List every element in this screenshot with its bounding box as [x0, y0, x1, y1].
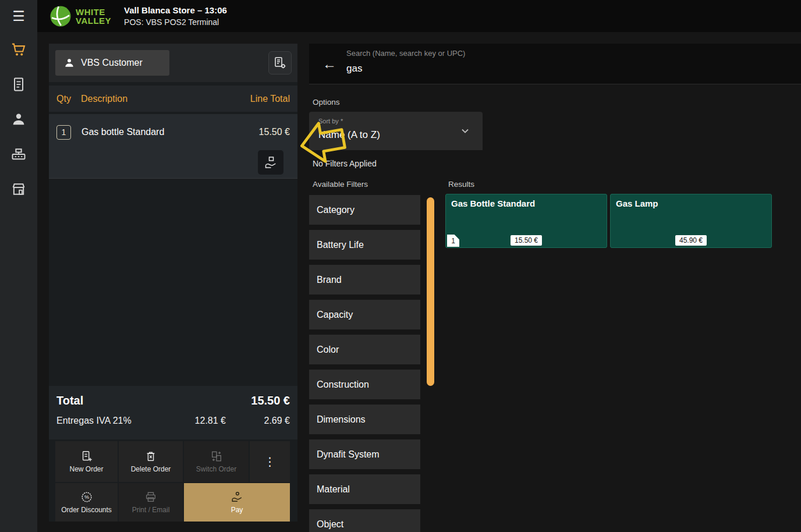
- pos-terminal-name: POS: VBS POS2 Terminal: [124, 17, 227, 27]
- filter-item-color[interactable]: Color: [309, 335, 420, 364]
- discount-badge-icon: %: [80, 491, 93, 503]
- total-value: 15.50 €: [251, 394, 290, 407]
- no-filters-status: No Filters Applied: [313, 159, 377, 168]
- filter-item-material[interactable]: Material: [309, 474, 420, 504]
- filter-item-dimensions[interactable]: Dimensions: [309, 405, 420, 434]
- result-price-chip: 45.90 €: [675, 235, 707, 246]
- pay-label: Pay: [231, 506, 243, 514]
- new-order-icon: [80, 450, 93, 463]
- switch-order-button[interactable]: Switch Order: [184, 441, 249, 482]
- sidebar-item-register[interactable]: [0, 137, 37, 172]
- vertical-dots-icon: ⋮: [264, 457, 276, 466]
- more-actions-button[interactable]: ⋮: [250, 441, 290, 482]
- total-row: Total 15.50 €: [49, 386, 297, 407]
- hand-coin-icon: [231, 491, 243, 503]
- options-section-label: Options: [313, 98, 340, 107]
- order-panel: VBS Customer Qty Description Line Total …: [49, 44, 297, 522]
- handover-button[interactable]: [258, 150, 283, 175]
- person-icon: [10, 111, 27, 127]
- result-title: Gas Bottle Standard: [446, 194, 607, 212]
- filter-item-dynafit-system[interactable]: Dynafit System: [309, 439, 420, 469]
- new-order-label: New Order: [69, 465, 103, 473]
- new-order-button[interactable]: New Order: [55, 441, 118, 482]
- back-arrow-button[interactable]: ←: [321, 55, 338, 73]
- sort-by-value: Name (A to Z): [318, 129, 380, 141]
- receipt-icon: [10, 76, 27, 93]
- search-placeholder: Search (Name, search key or UPC): [346, 49, 696, 58]
- white-valley-logo: WHITE VALLEY: [49, 5, 111, 28]
- sidebar-item-customers[interactable]: [0, 102, 37, 137]
- tax-row: Entregas IVA 21% 12.81 € 2.69 €: [49, 407, 297, 426]
- line-total-value: 15.50 €: [259, 127, 290, 137]
- filter-item-construction[interactable]: Construction: [309, 370, 420, 399]
- order-columns-header: Qty Description Line Total: [49, 86, 297, 112]
- filters-scrollbar-thumb[interactable]: [427, 197, 434, 386]
- search-results-panel: ← Search (Name, search key or UPC) gas O…: [309, 44, 801, 532]
- cash-register-icon: [10, 146, 27, 162]
- person-icon: [63, 57, 75, 69]
- filters-list: Category Battery Life Brand Capacity Col…: [309, 195, 420, 532]
- brand-line1: WHITE: [76, 8, 111, 16]
- results-section-label: Results: [448, 180, 474, 189]
- filter-item-brand[interactable]: Brand: [309, 265, 420, 295]
- col-qty: Qty: [56, 94, 81, 104]
- delete-order-label: Delete Order: [131, 465, 171, 473]
- back-arrow-icon: ←: [322, 56, 336, 72]
- tax-base-value: 12.81 €: [171, 416, 226, 426]
- sidebar-item-orders[interactable]: [0, 67, 37, 102]
- order-discounts-button[interactable]: % Order Discounts: [55, 483, 118, 522]
- available-filters-label: Available Filters: [313, 180, 368, 189]
- sidebar: ☰: [0, 0, 37, 532]
- printer-icon: [144, 491, 157, 503]
- line-description: Gas bottle Standard: [81, 127, 259, 137]
- filter-item-battery-life[interactable]: Battery Life: [309, 230, 420, 260]
- pay-button[interactable]: Pay: [184, 483, 290, 522]
- order-settings-button[interactable]: [268, 51, 292, 75]
- results-grid: Gas Bottle Standard 1 15.50 € Gas Lamp 4…: [445, 194, 772, 248]
- customer-button[interactable]: VBS Customer: [55, 50, 169, 76]
- print-email-label: Print / Email: [132, 506, 170, 514]
- tax-label: Entregas IVA 21%: [56, 416, 171, 426]
- logo-globe-icon: [49, 5, 72, 28]
- print-email-button[interactable]: Print / Email: [119, 483, 183, 522]
- order-discounts-label: Order Discounts: [61, 506, 112, 514]
- receipt-gear-icon: [273, 56, 287, 70]
- order-line-row[interactable]: 1 Gas bottle Standard 15.50 €: [49, 114, 297, 150]
- customer-button-label: VBS Customer: [81, 58, 143, 68]
- order-line: 1 Gas bottle Standard 15.50 €: [49, 114, 297, 178]
- tax-amount-value: 2.69 €: [226, 416, 290, 426]
- actions-row-1: New Order Delete Order Switch Order ⋮: [55, 441, 290, 482]
- sort-by-select[interactable]: Sort by * Name (A to Z): [309, 112, 483, 150]
- search-value: gas: [346, 63, 696, 75]
- chevron-down-icon: [458, 124, 472, 138]
- hamburger-menu-icon[interactable]: ☰: [0, 0, 37, 32]
- divider: [49, 178, 297, 179]
- col-line-total: Line Total: [250, 94, 290, 104]
- filter-item-category[interactable]: Category: [309, 195, 420, 225]
- result-qty-badge: 1: [447, 235, 459, 247]
- actions-row-2: % Order Discounts Print / Email Pay: [55, 483, 290, 522]
- switch-order-icon: [210, 450, 223, 463]
- customer-row: VBS Customer: [49, 44, 297, 82]
- svg-text:%: %: [84, 494, 88, 500]
- store-icon: [10, 181, 27, 197]
- totals-section: Total 15.50 € Entregas IVA 21% 12.81 € 2…: [49, 386, 297, 439]
- col-description: Description: [81, 94, 250, 104]
- delete-order-button[interactable]: Delete Order: [119, 441, 183, 482]
- cart-icon: [10, 41, 27, 58]
- filter-item-capacity[interactable]: Capacity: [309, 300, 420, 329]
- search-input[interactable]: Search (Name, search key or UPC) gas: [346, 49, 696, 75]
- filter-item-object[interactable]: Object: [309, 509, 420, 532]
- result-card-gas-bottle-standard[interactable]: Gas Bottle Standard 1 15.50 €: [445, 194, 607, 248]
- result-card-gas-lamp[interactable]: Gas Lamp 45.90 €: [610, 194, 772, 248]
- sidebar-item-cart[interactable]: [0, 32, 37, 67]
- result-price-chip: 15.50 €: [511, 235, 542, 246]
- result-title: Gas Lamp: [611, 194, 771, 212]
- search-bar: ← Search (Name, search key or UPC) gas: [309, 44, 801, 84]
- brand-line2: VALLEY: [76, 16, 111, 25]
- sidebar-item-store[interactable]: [0, 172, 37, 207]
- qty-badge: 1: [56, 125, 71, 140]
- store-name-time: Vall Blanca Store – 13:06: [124, 5, 227, 15]
- brand-name: WHITE VALLEY: [76, 8, 111, 25]
- trash-x-icon: [144, 450, 157, 463]
